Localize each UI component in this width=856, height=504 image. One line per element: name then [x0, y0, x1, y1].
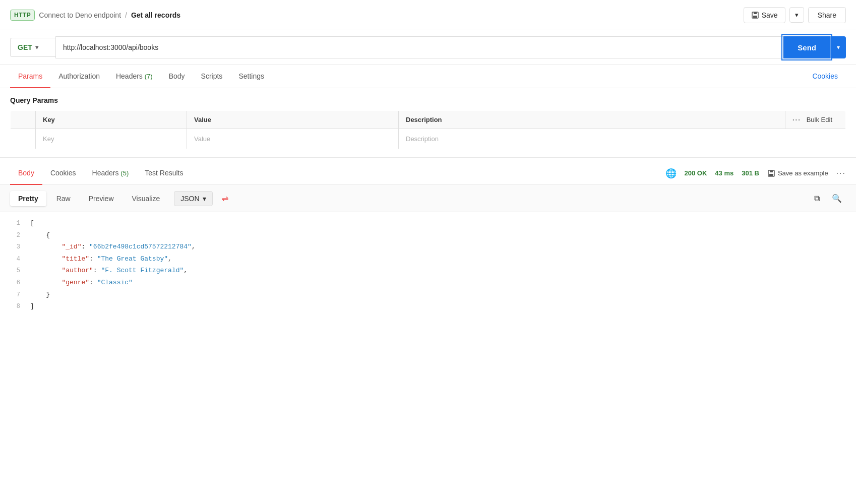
svg-rect-2: [753, 16, 757, 18]
tab-authorization-label: Authorization: [58, 72, 100, 80]
view-raw-button[interactable]: Raw: [48, 191, 79, 206]
th-value: Value: [187, 111, 399, 129]
wrap-button[interactable]: ⇌: [217, 190, 233, 207]
search-icon: 🔍: [832, 194, 842, 203]
tab-cookies-label: Cookies: [812, 72, 838, 80]
svg-rect-5: [769, 174, 773, 176]
params-table: Key Value Description ··· Bulk Edit Key …: [10, 110, 846, 149]
bulk-edit-button[interactable]: Bulk Edit: [807, 116, 832, 123]
save-dropdown-button[interactable]: ▾: [789, 7, 804, 23]
code-line-7: 7 }: [0, 289, 856, 301]
response-tab-headers-label: Headers (5): [92, 169, 129, 177]
response-headers-badge: (5): [120, 169, 129, 177]
tab-authorization[interactable]: Authorization: [50, 65, 108, 88]
code-content-5: "author": "F. Scott Fitzgerald",: [30, 265, 188, 276]
view-preview-label: Preview: [89, 195, 114, 203]
tab-scripts[interactable]: Scripts: [193, 65, 231, 88]
view-visualize-button[interactable]: Visualize: [124, 191, 168, 206]
url-input[interactable]: [55, 36, 783, 58]
url-bar: GET ▾ Send ▾: [0, 30, 856, 65]
response-more-options-icon[interactable]: ···: [836, 169, 846, 178]
save-icon: [751, 11, 759, 19]
table-row: Key Value Description: [11, 129, 846, 149]
view-preview-button[interactable]: Preview: [81, 191, 122, 206]
th-checkbox: [11, 111, 36, 129]
code-content-1: [: [30, 217, 34, 229]
tab-body-label: Body: [169, 72, 185, 80]
line-num-5: 5: [5, 266, 20, 277]
send-dropdown-button[interactable]: ▾: [830, 36, 846, 58]
response-body-code: 1 [ 2 { 3 "_id": "66b2fe498c1cd575722127…: [0, 212, 856, 318]
format-bar-right: ⧉ 🔍: [810, 191, 846, 206]
tab-settings[interactable]: Settings: [230, 65, 272, 88]
search-button[interactable]: 🔍: [828, 191, 846, 206]
th-actions: ··· Bulk Edit: [785, 111, 846, 129]
http-icon-badge: HTTP: [10, 10, 35, 21]
headers-badge: (7): [145, 73, 153, 80]
breadcrumb-separator: /: [125, 11, 127, 19]
response-tabs: Body Cookies Headers (5) Test Results: [10, 162, 665, 184]
response-tab-body[interactable]: Body: [10, 162, 42, 185]
response-tab-test-label: Test Results: [145, 169, 183, 177]
format-selector[interactable]: JSON ▾: [174, 191, 212, 206]
line-num-7: 7: [5, 290, 20, 301]
tab-headers-label: Headers (7): [116, 72, 153, 80]
request-tabs-bar: Params Authorization Headers (7) Body Sc…: [0, 65, 856, 88]
header-left: HTTP Connect to Deno endpoint / Get all …: [10, 10, 744, 21]
copy-icon: ⧉: [814, 194, 820, 203]
code-line-5: 5 "author": "F. Scott Fitzgerald",: [0, 265, 856, 277]
save-button[interactable]: Save: [744, 7, 785, 23]
code-line-4: 4 "title": "The Great Gatsby",: [0, 253, 856, 265]
code-line-1: 1 [: [0, 217, 856, 229]
code-content-3: "_id": "66b2fe498c1cd57572212784",: [30, 241, 196, 253]
code-line-3: 3 "_id": "66b2fe498c1cd57572212784",: [0, 241, 856, 253]
chevron-down-icon: ▾: [795, 11, 799, 19]
tab-settings-label: Settings: [238, 72, 264, 80]
method-chevron-icon: ▾: [35, 44, 38, 51]
th-key: Key: [36, 111, 187, 129]
response-tab-cookies[interactable]: Cookies: [42, 162, 84, 185]
copy-button[interactable]: ⧉: [810, 191, 824, 206]
code-content-7: }: [30, 289, 50, 300]
format-chevron-icon: ▾: [203, 195, 206, 203]
row-desc-cell[interactable]: Description: [399, 129, 846, 149]
more-options-icon[interactable]: ···: [792, 116, 801, 123]
method-selector[interactable]: GET ▾: [10, 38, 55, 57]
tab-headers[interactable]: Headers (7): [108, 65, 161, 88]
save-example-label: Save as example: [778, 169, 828, 177]
response-tab-headers[interactable]: Headers (5): [84, 162, 137, 185]
wrap-icon: ⇌: [222, 194, 228, 203]
send-button[interactable]: Send: [783, 36, 830, 58]
header: HTTP Connect to Deno endpoint / Get all …: [0, 0, 856, 30]
line-num-1: 1: [5, 218, 20, 229]
response-meta: 🌐 200 OK 43 ms 301 B Save as example ···: [665, 168, 846, 179]
save-example-button[interactable]: Save as example: [767, 169, 828, 177]
send-label: Send: [798, 43, 816, 52]
tab-cookies[interactable]: Cookies: [804, 65, 846, 88]
code-content-6: "genre": "Classic": [30, 277, 133, 288]
tab-scripts-label: Scripts: [201, 72, 223, 80]
share-button[interactable]: Share: [808, 7, 846, 23]
th-description: Description: [399, 111, 785, 129]
tab-body[interactable]: Body: [161, 65, 193, 88]
format-label: JSON: [180, 195, 199, 203]
line-num-6: 6: [5, 278, 20, 289]
tab-params[interactable]: Params: [10, 65, 50, 88]
view-pretty-label: Pretty: [18, 195, 38, 203]
view-visualize-label: Visualize: [132, 195, 160, 203]
save-example-icon: [767, 169, 775, 177]
send-btn-group: Send ▾: [783, 36, 846, 58]
response-tab-test-results[interactable]: Test Results: [137, 162, 191, 185]
code-content-2: {: [30, 229, 50, 241]
send-chevron-icon: ▾: [837, 44, 840, 51]
breadcrumb-current: Get all records: [131, 11, 180, 19]
row-key-cell[interactable]: Key: [36, 129, 187, 149]
breadcrumb-parent: Connect to Deno endpoint: [39, 11, 121, 19]
query-params-title: Query Params: [10, 96, 846, 104]
format-bar: Pretty Raw Preview Visualize JSON ▾ ⇌ ⧉ …: [0, 185, 856, 212]
view-pretty-button[interactable]: Pretty: [10, 191, 46, 206]
response-time: 43 ms: [715, 169, 733, 177]
response-tab-cookies-label: Cookies: [50, 169, 76, 177]
row-value-cell[interactable]: Value: [187, 129, 399, 149]
method-label: GET: [18, 43, 32, 51]
